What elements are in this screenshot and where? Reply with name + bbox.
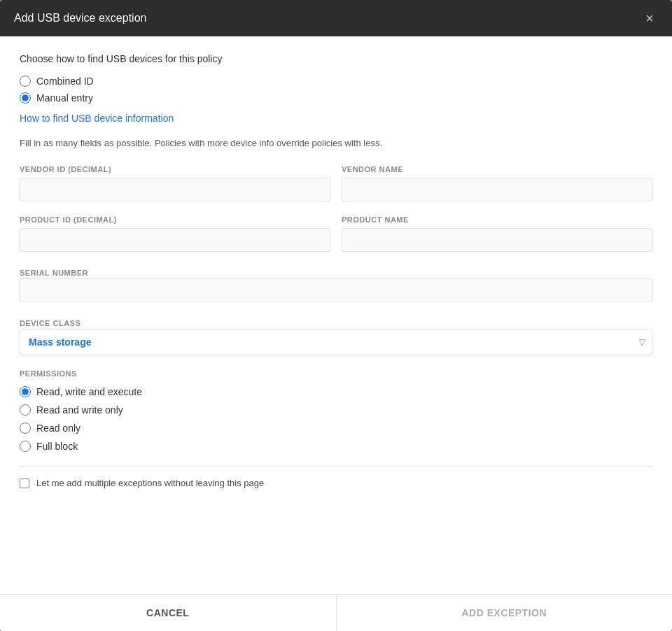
multiple-exceptions-checkbox[interactable] xyxy=(20,478,29,488)
vendor-id-group: VENDOR ID (DECIMAL) xyxy=(20,165,330,201)
perm-full-block[interactable]: Full block xyxy=(20,441,652,452)
device-class-label: DEVICE CLASS xyxy=(20,319,80,327)
find-method-group: Combined ID Manual entry xyxy=(20,76,652,104)
perm-read-only-radio[interactable] xyxy=(20,423,31,434)
perm-read-write-only-radio[interactable] xyxy=(20,404,31,416)
perm-read-only-label: Read only xyxy=(36,423,80,434)
find-desc: Choose how to find USB devices for this … xyxy=(20,53,652,64)
device-class-group: DEVICE CLASS Mass storage Audio Communic… xyxy=(20,316,652,355)
product-name-label: PRODUCT NAME xyxy=(342,215,652,224)
vendor-row: VENDOR ID (DECIMAL) VENDOR NAME xyxy=(20,165,652,201)
fill-note: Fill in as many fields as possible. Poli… xyxy=(20,138,652,148)
permissions-label: PERMISSIONS xyxy=(20,369,652,378)
perm-read-write-only-label: Read and write only xyxy=(36,404,123,416)
vendor-name-input[interactable] xyxy=(342,178,652,201)
add-usb-exception-modal: Add USB device exception × Choose how to… xyxy=(0,0,672,631)
vendor-name-label: VENDOR NAME xyxy=(342,165,652,173)
multiple-exceptions-label[interactable]: Let me add multiple exceptions without l… xyxy=(20,478,652,488)
divider xyxy=(20,466,652,467)
manual-entry-label: Manual entry xyxy=(36,92,93,104)
product-id-input[interactable] xyxy=(20,228,330,252)
perm-read-write-only[interactable]: Read and write only xyxy=(20,404,652,416)
device-class-select-wrapper: Mass storage Audio Communications HID Ph… xyxy=(20,329,652,355)
combined-id-radio[interactable] xyxy=(20,76,31,87)
product-id-label: PRODUCT ID (DECIMAL) xyxy=(20,215,330,224)
vendor-id-input[interactable] xyxy=(20,178,330,201)
modal-body: Choose how to find USB devices for this … xyxy=(0,36,672,594)
perm-read-write-execute-label: Read, write and execute xyxy=(36,386,142,397)
cancel-button[interactable]: CANCEL xyxy=(0,595,337,631)
product-name-input[interactable] xyxy=(342,228,652,252)
modal-title: Add USB device exception xyxy=(14,12,146,24)
modal-header: Add USB device exception × xyxy=(0,0,672,36)
add-exception-button[interactable]: ADD EXCEPTION xyxy=(337,595,673,631)
device-class-select[interactable]: Mass storage Audio Communications HID Ph… xyxy=(20,329,652,355)
perm-read-only[interactable]: Read only xyxy=(20,423,652,434)
perm-read-write-execute-radio[interactable] xyxy=(20,386,31,397)
perm-full-block-radio[interactable] xyxy=(20,441,31,452)
product-row: PRODUCT ID (DECIMAL) PRODUCT NAME xyxy=(20,215,652,252)
modal-close-button[interactable]: × xyxy=(641,10,658,27)
manual-entry-radio[interactable] xyxy=(20,92,31,104)
permissions-group: PERMISSIONS Read, write and execute Read… xyxy=(20,369,652,452)
vendor-id-label: VENDOR ID (DECIMAL) xyxy=(20,165,330,173)
serial-number-group: SERIAL NUMBER xyxy=(20,266,652,302)
modal-footer: CANCEL ADD EXCEPTION xyxy=(0,594,672,631)
multiple-exceptions-text: Let me add multiple exceptions without l… xyxy=(36,478,264,488)
usb-info-link[interactable]: How to find USB device information xyxy=(20,113,174,124)
modal-overlay: Add USB device exception × Choose how to… xyxy=(0,0,672,631)
perm-read-write-execute[interactable]: Read, write and execute xyxy=(20,386,652,397)
manual-entry-option[interactable]: Manual entry xyxy=(20,92,652,104)
product-name-group: PRODUCT NAME xyxy=(342,215,652,252)
product-id-group: PRODUCT ID (DECIMAL) xyxy=(20,215,330,252)
serial-number-label: SERIAL NUMBER xyxy=(20,269,88,277)
perm-full-block-label: Full block xyxy=(36,441,78,452)
serial-number-input[interactable] xyxy=(20,278,652,302)
combined-id-option[interactable]: Combined ID xyxy=(20,76,652,87)
vendor-name-group: VENDOR NAME xyxy=(342,165,652,201)
combined-id-label: Combined ID xyxy=(36,76,94,87)
